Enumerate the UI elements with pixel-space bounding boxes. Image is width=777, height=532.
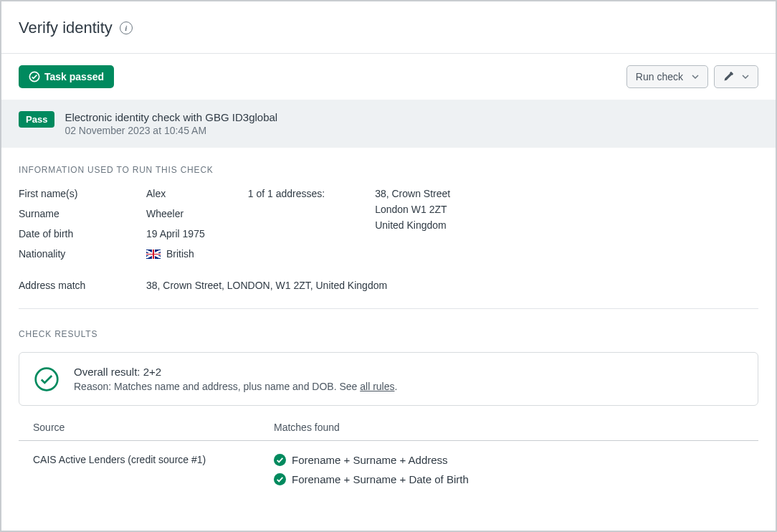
task-passed-badge: Task passed [19,65,114,88]
check-title: Electronic identity check with GBG ID3gl… [65,111,277,123]
match-item: Forename + Surname + Date of Birth [274,473,744,485]
result-banner: Pass Electronic identity check with GBG … [1,100,776,148]
chevron-down-icon [742,75,749,79]
info-section-heading: INFORMATION USED TO RUN THIS CHECK [19,165,758,175]
info-section: INFORMATION USED TO RUN THIS CHECK First… [1,148,776,309]
page-header: Verify identity i [1,1,776,54]
overall-result-title: Overall result: 2+2 [74,366,397,378]
addresses-count-label: 1 of 1 addresses: [248,188,325,260]
run-check-button[interactable]: Run check [626,65,708,88]
chevron-down-icon [692,75,699,79]
col-matches-header: Matches found [274,422,744,433]
nationality-label: Nationality [19,248,146,260]
dob-row: Date of birth 19 April 1975 [19,228,205,239]
svg-point-1 [36,368,58,390]
edit-button[interactable] [714,65,758,88]
check-results-heading: CHECK RESULTS [19,329,758,339]
page-title: Verify identity [19,19,113,37]
address-match-value: 38, Crown Street, LONDON, W1 2ZT, United… [146,280,387,291]
match-text: Forename + Surname + Address [292,454,448,466]
address-block: 38, Crown Street London W1 2ZT United Ki… [375,188,450,260]
check-circle-icon [29,71,40,82]
results-row: CAIS Active Lenders (credit source #1) F… [19,441,758,485]
surname-label: Surname [19,208,146,219]
col-source-header: Source [33,422,274,433]
check-results-section: CHECK RESULTS Overall result: 2+2 Reason… [1,309,776,485]
toolbar: Task passed Run check [1,54,776,100]
first-names-value: Alex [146,188,166,199]
first-names-row: First name(s) Alex [19,188,205,199]
address-match-row: Address match 38, Crown Street, LONDON, … [19,280,758,309]
source-name: CAIS Active Lenders (credit source #1) [33,454,274,485]
nationality-row: Nationality British [19,248,205,260]
first-names-label: First name(s) [19,188,146,199]
check-filled-icon [274,454,286,466]
address-line: 38, Crown Street [375,188,450,199]
run-check-label: Run check [636,71,683,82]
svg-point-3 [274,473,286,485]
match-text: Forename + Surname + Date of Birth [292,473,469,485]
overall-result-box: Overall result: 2+2 Reason: Matches name… [19,352,758,406]
dob-value: 19 April 1975 [146,228,205,239]
nationality-value: British [166,248,194,260]
check-timestamp: 02 November 2023 at 10:45 AM [65,125,277,136]
address-line: United Kingdom [375,219,450,231]
results-table-header: Source Matches found [19,413,758,441]
overall-result-reason: Reason: Matches name and address, plus n… [74,381,397,392]
pencil-icon [723,72,733,82]
address-match-label: Address match [19,280,146,291]
task-passed-label: Task passed [44,71,104,82]
surname-row: Surname Wheeler [19,208,205,219]
info-icon[interactable]: i [120,22,133,34]
all-rules-link[interactable]: all rules [360,381,394,392]
surname-value: Wheeler [146,208,183,219]
svg-point-2 [274,454,286,466]
check-filled-icon [274,473,286,485]
address-line: London W1 2ZT [375,204,450,215]
check-circle-icon [34,366,59,392]
status-badge: Pass [19,111,54,128]
uk-flag-icon [146,250,161,259]
match-item: Forename + Surname + Address [274,454,744,466]
dob-label: Date of birth [19,228,146,239]
